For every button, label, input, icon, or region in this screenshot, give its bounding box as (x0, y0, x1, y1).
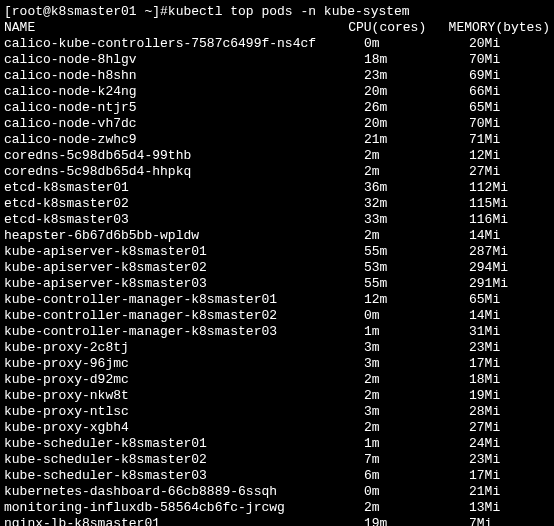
pod-memory: 31Mi (469, 324, 550, 340)
pod-cpu: 2m (364, 500, 469, 516)
pod-memory: 291Mi (469, 276, 550, 292)
pod-cpu: 2m (364, 420, 469, 436)
pod-memory: 18Mi (469, 372, 550, 388)
table-row: kube-proxy-96jmc3m17Mi (4, 356, 550, 372)
table-row: kube-proxy-2c8tj3m23Mi (4, 340, 550, 356)
table-row: kube-proxy-d92mc2m18Mi (4, 372, 550, 388)
command-line[interactable]: [root@k8smaster01 ~]# kubectl top pods -… (4, 4, 550, 20)
pod-memory: 115Mi (469, 196, 550, 212)
table-body: calico-kube-controllers-7587c6499f-ns4cf… (4, 36, 550, 526)
pod-memory: 27Mi (469, 164, 550, 180)
pod-cpu: 3m (364, 340, 469, 356)
pod-memory: 66Mi (469, 84, 550, 100)
pod-memory: 287Mi (469, 244, 550, 260)
pod-name: calico-node-vh7dc (4, 116, 364, 132)
table-row: calico-node-ntjr526m65Mi (4, 100, 550, 116)
pod-name: kube-controller-manager-k8smaster01 (4, 292, 364, 308)
pod-cpu: 3m (364, 356, 469, 372)
pod-cpu: 3m (364, 404, 469, 420)
pod-cpu: 0m (364, 36, 469, 52)
table-row: calico-node-k24ng20m66Mi (4, 84, 550, 100)
pod-memory: 24Mi (469, 436, 550, 452)
table-row: calico-node-h8shn23m69Mi (4, 68, 550, 84)
header-memory: MEMORY(bytes) (449, 20, 550, 36)
table-row: kube-apiserver-k8smaster0355m291Mi (4, 276, 550, 292)
pod-name: calico-node-h8shn (4, 68, 364, 84)
pod-cpu: 2m (364, 388, 469, 404)
pod-cpu: 7m (364, 452, 469, 468)
pod-memory: 65Mi (469, 292, 550, 308)
table-row: kube-proxy-ntlsc3m28Mi (4, 404, 550, 420)
table-row: heapster-6b67d6b5bb-wpldw2m14Mi (4, 228, 550, 244)
pod-memory: 14Mi (469, 228, 550, 244)
pod-cpu: 6m (364, 468, 469, 484)
pod-memory: 27Mi (469, 420, 550, 436)
pod-name: etcd-k8smaster02 (4, 196, 364, 212)
pod-memory: 69Mi (469, 68, 550, 84)
pod-cpu: 1m (364, 324, 469, 340)
pod-name: etcd-k8smaster03 (4, 212, 364, 228)
command-text: kubectl top pods -n kube-system (168, 4, 410, 20)
table-row: calico-node-8hlgv18m70Mi (4, 52, 550, 68)
pod-cpu: 33m (364, 212, 469, 228)
pod-memory: 17Mi (469, 356, 550, 372)
pod-name: calico-node-ntjr5 (4, 100, 364, 116)
pod-name: calico-node-k24ng (4, 84, 364, 100)
shell-prompt: [root@k8smaster01 ~]# (4, 4, 168, 20)
pod-cpu: 20m (364, 84, 469, 100)
pod-memory: 13Mi (469, 500, 550, 516)
table-header-row: NAME CPU(cores) MEMORY(bytes) (4, 20, 550, 36)
table-row: kubernetes-dashboard-66cb8889-6ssqh0m21M… (4, 484, 550, 500)
header-cpu: CPU(cores) (348, 20, 448, 36)
pod-cpu: 19m (364, 516, 469, 526)
pod-name: kubernetes-dashboard-66cb8889-6ssqh (4, 484, 364, 500)
table-row: kube-apiserver-k8smaster0155m287Mi (4, 244, 550, 260)
pod-memory: 20Mi (469, 36, 550, 52)
pod-cpu: 1m (364, 436, 469, 452)
pod-name: calico-node-8hlgv (4, 52, 364, 68)
pod-cpu: 23m (364, 68, 469, 84)
pod-name: kube-apiserver-k8smaster03 (4, 276, 364, 292)
table-row: nginx-lb-k8smaster0119m7Mi (4, 516, 550, 526)
table-row: kube-scheduler-k8smaster036m17Mi (4, 468, 550, 484)
table-row: monitoring-influxdb-58564cb6fc-jrcwg2m13… (4, 500, 550, 516)
pod-cpu: 20m (364, 116, 469, 132)
table-row: kube-controller-manager-k8smaster020m14M… (4, 308, 550, 324)
pod-name: kube-proxy-nkw8t (4, 388, 364, 404)
pod-memory: 65Mi (469, 100, 550, 116)
table-row: kube-apiserver-k8smaster0253m294Mi (4, 260, 550, 276)
pod-name: kube-proxy-d92mc (4, 372, 364, 388)
table-row: calico-node-vh7dc20m70Mi (4, 116, 550, 132)
table-row: etcd-k8smaster0136m112Mi (4, 180, 550, 196)
pod-memory: 21Mi (469, 484, 550, 500)
table-row: kube-scheduler-k8smaster027m23Mi (4, 452, 550, 468)
table-row: coredns-5c98db65d4-99thb2m12Mi (4, 148, 550, 164)
pod-name: heapster-6b67d6b5bb-wpldw (4, 228, 364, 244)
pod-name: kube-controller-manager-k8smaster02 (4, 308, 364, 324)
pod-cpu: 0m (364, 484, 469, 500)
pod-cpu: 18m (364, 52, 469, 68)
pod-cpu: 55m (364, 276, 469, 292)
pod-memory: 12Mi (469, 148, 550, 164)
pod-name: kube-controller-manager-k8smaster03 (4, 324, 364, 340)
pod-memory: 294Mi (469, 260, 550, 276)
pod-name: etcd-k8smaster01 (4, 180, 364, 196)
pod-cpu: 12m (364, 292, 469, 308)
table-row: coredns-5c98db65d4-hhpkq2m27Mi (4, 164, 550, 180)
table-row: kube-scheduler-k8smaster011m24Mi (4, 436, 550, 452)
pod-memory: 71Mi (469, 132, 550, 148)
pod-cpu: 2m (364, 148, 469, 164)
pod-name: kube-proxy-ntlsc (4, 404, 364, 420)
pod-cpu: 53m (364, 260, 469, 276)
pod-memory: 14Mi (469, 308, 550, 324)
pod-memory: 70Mi (469, 116, 550, 132)
pod-cpu: 2m (364, 164, 469, 180)
pod-name: kube-apiserver-k8smaster02 (4, 260, 364, 276)
table-row: etcd-k8smaster0333m116Mi (4, 212, 550, 228)
table-row: etcd-k8smaster0232m115Mi (4, 196, 550, 212)
pod-memory: 112Mi (469, 180, 550, 196)
table-row: kube-proxy-xgbh42m27Mi (4, 420, 550, 436)
pod-memory: 17Mi (469, 468, 550, 484)
pod-name: calico-node-zwhc9 (4, 132, 364, 148)
pod-name: kube-scheduler-k8smaster02 (4, 452, 364, 468)
